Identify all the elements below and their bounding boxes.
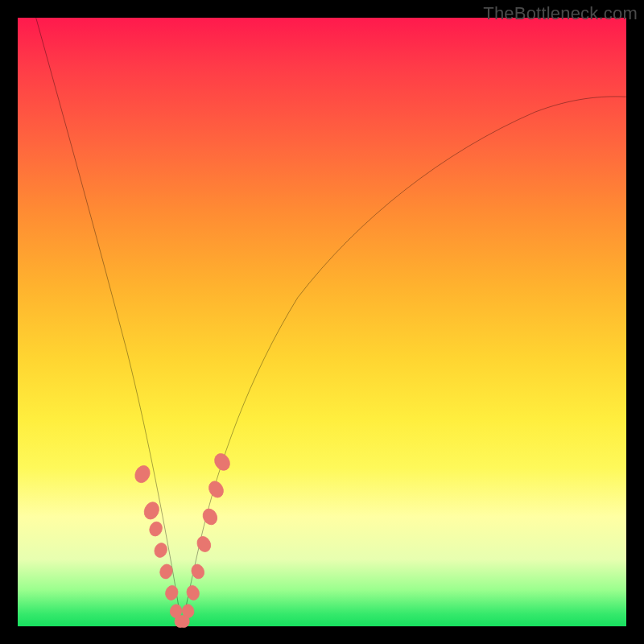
marker-group xyxy=(132,451,233,628)
marker xyxy=(200,506,220,527)
marker xyxy=(164,584,180,601)
outer-frame: TheBottleneck.com xyxy=(0,0,644,644)
marker xyxy=(195,535,213,555)
marker xyxy=(212,451,233,473)
marker xyxy=(132,463,152,485)
marker xyxy=(206,479,226,501)
watermark-text: TheBottleneck.com xyxy=(483,3,638,24)
curve-left-branch xyxy=(36,18,182,626)
marker xyxy=(152,541,168,559)
plot-area xyxy=(18,18,626,626)
chart-svg xyxy=(18,18,626,626)
marker xyxy=(158,563,174,580)
curve-right-branch xyxy=(182,97,626,626)
marker xyxy=(147,520,164,538)
marker xyxy=(185,584,201,601)
marker xyxy=(142,500,162,522)
